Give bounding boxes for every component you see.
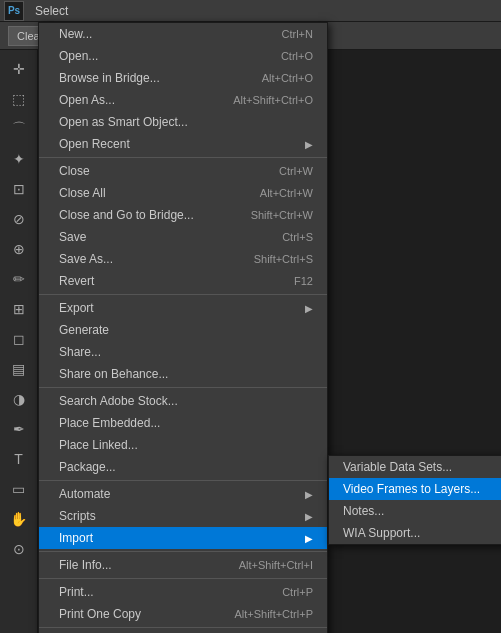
menu-item-share[interactable]: Share...: [39, 341, 327, 363]
import-item-label-video_frames: Video Frames to Layers...: [343, 482, 480, 496]
menu-item-new[interactable]: New...Ctrl+N: [39, 23, 327, 45]
menu-item-shortcut-open_as: Alt+Shift+Ctrl+O: [233, 94, 313, 106]
menu-item-label-open_recent: Open Recent: [59, 137, 299, 151]
menu-item-shortcut-save_as: Shift+Ctrl+S: [254, 253, 313, 265]
import-submenu: Variable Data Sets...Video Frames to Lay…: [328, 455, 501, 545]
import-item-notes[interactable]: Notes...: [329, 500, 501, 522]
menu-item-label-new: New...: [59, 27, 262, 41]
submenu-arrow-automate: ▶: [305, 489, 313, 500]
menu-item-file_info[interactable]: File Info...Alt+Shift+Ctrl+I: [39, 554, 327, 576]
menu-item-label-import: Import: [59, 531, 299, 545]
left-panel: ✛⬚⌒✦⊡⊘⊕✏⊞◻▤◑✒T▭✋⊙: [0, 50, 38, 633]
menu-item-shortcut-revert: F12: [294, 275, 313, 287]
menu-item-label-package: Package...: [59, 460, 313, 474]
tool-dodge[interactable]: ◑: [5, 386, 33, 412]
menu-item-label-export: Export: [59, 301, 299, 315]
menu-item-shortcut-browse_bridge: Alt+Ctrl+O: [262, 72, 313, 84]
menu-item-place_linked[interactable]: Place Linked...: [39, 434, 327, 456]
tool-zoom[interactable]: ⊙: [5, 536, 33, 562]
menu-item-save_as[interactable]: Save As...Shift+Ctrl+S: [39, 248, 327, 270]
menu-item-label-open_smart: Open as Smart Object...: [59, 115, 313, 129]
menu-item-label-file_info: File Info...: [59, 558, 219, 572]
menu-item-shortcut-open: Ctrl+O: [281, 50, 313, 62]
menu-separator: [39, 157, 327, 158]
menu-item-label-share_behance: Share on Behance...: [59, 367, 313, 381]
tool-eraser[interactable]: ◻: [5, 326, 33, 352]
menu-item-revert[interactable]: RevertF12: [39, 270, 327, 292]
tool-shape[interactable]: ▭: [5, 476, 33, 502]
menu-item-shortcut-print_one: Alt+Shift+Ctrl+P: [234, 608, 313, 620]
menu-item-export[interactable]: Export▶: [39, 297, 327, 319]
menu-item-label-save: Save: [59, 230, 262, 244]
menu-item-label-search_stock: Search Adobe Stock...: [59, 394, 313, 408]
menu-item-print_one[interactable]: Print One CopyAlt+Shift+Ctrl+P: [39, 603, 327, 625]
menu-item-open_smart[interactable]: Open as Smart Object...: [39, 111, 327, 133]
tool-hand[interactable]: ✋: [5, 506, 33, 532]
menu-item-browse_bridge[interactable]: Browse in Bridge...Alt+Ctrl+O: [39, 67, 327, 89]
menu-item-label-print: Print...: [59, 585, 262, 599]
menu-item-print[interactable]: Print...Ctrl+P: [39, 581, 327, 603]
menu-item-shortcut-file_info: Alt+Shift+Ctrl+I: [239, 559, 313, 571]
menu-item-label-browse_bridge: Browse in Bridge...: [59, 71, 242, 85]
tool-gradient[interactable]: ▤: [5, 356, 33, 382]
menu-item-save[interactable]: SaveCtrl+S: [39, 226, 327, 248]
submenu-arrow-export: ▶: [305, 303, 313, 314]
import-item-label-notes: Notes...: [343, 504, 384, 518]
tool-move[interactable]: ✛: [5, 56, 33, 82]
tool-lasso[interactable]: ⌒: [5, 116, 33, 142]
menu-separator: [39, 551, 327, 552]
menu-item-package[interactable]: Package...: [39, 456, 327, 478]
menu-item-label-scripts: Scripts: [59, 509, 299, 523]
menu-separator: [39, 480, 327, 481]
menu-separator: [39, 294, 327, 295]
menu-item-shortcut-close: Ctrl+W: [279, 165, 313, 177]
menu-item-scripts[interactable]: Scripts▶: [39, 505, 327, 527]
tool-eyedropper[interactable]: ⊘: [5, 206, 33, 232]
menu-item-label-automate: Automate: [59, 487, 299, 501]
menu-item-label-share: Share...: [59, 345, 313, 359]
menu-item-label-generate: Generate: [59, 323, 313, 337]
menu-item-place_embedded[interactable]: Place Embedded...: [39, 412, 327, 434]
tool-brush[interactable]: ✏: [5, 266, 33, 292]
menu-item-search_stock[interactable]: Search Adobe Stock...: [39, 390, 327, 412]
menu-item-label-open_as: Open As...: [59, 93, 213, 107]
import-item-label-wia_support: WIA Support...: [343, 526, 420, 540]
menu-separator: [39, 627, 327, 628]
menu-item-shortcut-save: Ctrl+S: [282, 231, 313, 243]
menu-item-shortcut-print: Ctrl+P: [282, 586, 313, 598]
menu-separator: [39, 578, 327, 579]
menu-item-label-close: Close: [59, 164, 259, 178]
menu-item-open_recent[interactable]: Open Recent▶: [39, 133, 327, 155]
import-item-video_frames[interactable]: Video Frames to Layers...: [329, 478, 501, 500]
menu-item-share_behance[interactable]: Share on Behance...: [39, 363, 327, 385]
menu-item-label-print_one: Print One Copy: [59, 607, 214, 621]
tool-text[interactable]: T: [5, 446, 33, 472]
tool-crop[interactable]: ⊡: [5, 176, 33, 202]
menu-item-label-close_all: Close All: [59, 186, 240, 200]
tool-pen[interactable]: ✒: [5, 416, 33, 442]
menu-bar: Ps FileEditImageLayerTypeSelectFilter3DV…: [0, 0, 501, 22]
submenu-arrow-open_recent: ▶: [305, 139, 313, 150]
menubar-item-select[interactable]: Select: [28, 0, 85, 22]
tool-stamp[interactable]: ⊞: [5, 296, 33, 322]
menu-item-automate[interactable]: Automate▶: [39, 483, 327, 505]
menu-separator: [39, 387, 327, 388]
menu-item-label-open: Open...: [59, 49, 261, 63]
submenu-arrow-scripts: ▶: [305, 511, 313, 522]
menu-item-open_as[interactable]: Open As...Alt+Shift+Ctrl+O: [39, 89, 327, 111]
menu-item-close_all[interactable]: Close AllAlt+Ctrl+W: [39, 182, 327, 204]
import-item-variable_data[interactable]: Variable Data Sets...: [329, 456, 501, 478]
menu-item-import[interactable]: Import▶: [39, 527, 327, 549]
menu-item-generate[interactable]: Generate: [39, 319, 327, 341]
menu-item-close[interactable]: CloseCtrl+W: [39, 160, 327, 182]
tool-magic_wand[interactable]: ✦: [5, 146, 33, 172]
menu-item-shortcut-close_goto_bridge: Shift+Ctrl+W: [251, 209, 313, 221]
import-item-wia_support[interactable]: WIA Support...: [329, 522, 501, 544]
menu-item-shortcut-close_all: Alt+Ctrl+W: [260, 187, 313, 199]
tool-healing[interactable]: ⊕: [5, 236, 33, 262]
menu-item-close_goto_bridge[interactable]: Close and Go to Bridge...Shift+Ctrl+W: [39, 204, 327, 226]
tool-marquee[interactable]: ⬚: [5, 86, 33, 112]
file-menu: New...Ctrl+NOpen...Ctrl+OBrowse in Bridg…: [38, 22, 328, 633]
submenu-arrow-import: ▶: [305, 533, 313, 544]
menu-item-open[interactable]: Open...Ctrl+O: [39, 45, 327, 67]
